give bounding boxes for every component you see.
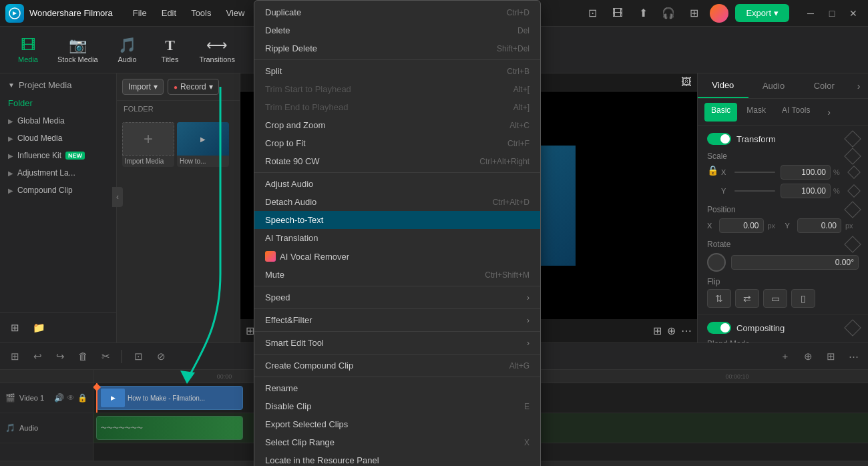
- ctx-effect-filter[interactable]: Effect&Filter ›: [254, 311, 540, 329]
- restore-button[interactable]: □: [823, 4, 841, 23]
- layout-icon[interactable]: ⊞: [821, 347, 840, 366]
- redo-icon[interactable]: ↪: [51, 347, 69, 366]
- playhead[interactable]: [96, 383, 97, 413]
- rotate-input[interactable]: [731, 255, 859, 270]
- ctx-crop-zoom[interactable]: Crop and Zoom Alt+C: [254, 116, 540, 134]
- split-icon[interactable]: ⊘: [152, 347, 170, 366]
- sidebar-item-adjustment[interactable]: ▶ Adjustment La...: [0, 164, 116, 182]
- rotate-dial[interactable]: [707, 253, 726, 272]
- user-avatar[interactable]: [710, 4, 728, 23]
- video-clip[interactable]: ▶ How to Make - Filmation...: [96, 386, 243, 410]
- ctx-duplicate[interactable]: Duplicate Ctrl+D: [254, 3, 540, 21]
- add-folder-icon[interactable]: ⊞: [5, 318, 24, 337]
- ctx-split[interactable]: Split Ctrl+B: [254, 62, 540, 80]
- zoom-icon[interactable]: ⊕: [667, 324, 676, 337]
- monitor-icon[interactable]: ⊡: [583, 4, 602, 23]
- more-icon[interactable]: ›: [819, 103, 838, 122]
- toolbar-audio[interactable]: 🎵 Audio: [107, 33, 148, 67]
- scale-y-input[interactable]: [781, 184, 831, 198]
- menu-tools[interactable]: Tools: [184, 5, 218, 21]
- headphone-icon[interactable]: 🎧: [659, 4, 678, 23]
- ctx-disable-clip[interactable]: Disable Clip E: [254, 397, 540, 415]
- ctx-ai-vocal-remover[interactable]: AI Vocal Remover: [254, 247, 540, 266]
- ctx-clip-range[interactable]: Select Clip Range X: [254, 433, 540, 451]
- ctx-smart-edit[interactable]: Smart Edit Tool ›: [254, 334, 540, 352]
- close-button[interactable]: ✕: [844, 4, 863, 23]
- subtab-basic[interactable]: Basic: [704, 103, 737, 122]
- subtab-ai-tools[interactable]: AI Tools: [775, 103, 817, 122]
- zoom-in-icon[interactable]: +: [776, 347, 795, 366]
- tab-video[interactable]: Video: [698, 73, 748, 98]
- crop-icon[interactable]: ⊡: [129, 347, 148, 366]
- record-button[interactable]: ● Record ▾: [168, 79, 219, 95]
- position-y-input[interactable]: [797, 218, 842, 233]
- ctx-crop-fit[interactable]: Crop to Fit Ctrl+F: [254, 134, 540, 152]
- scale-y-slider[interactable]: [734, 190, 775, 192]
- transform-keyframe-button[interactable]: [844, 130, 861, 147]
- ctx-delete[interactable]: Delete Del: [254, 21, 540, 39]
- toolbar-transitions[interactable]: ⟷ Transitions: [193, 33, 242, 67]
- sidebar-item-influence[interactable]: ▶ Influence Kit NEW: [0, 147, 116, 164]
- ctx-detach-audio[interactable]: Detach Audio Ctrl+Alt+D: [254, 193, 540, 211]
- flip-horizontal-button[interactable]: ⇅: [707, 289, 731, 308]
- menu-edit[interactable]: Edit: [155, 5, 183, 21]
- scale-x-slider[interactable]: [734, 172, 775, 173]
- ctx-create-compound[interactable]: Create Compound Clip Alt+G: [254, 357, 540, 375]
- scale-x-input[interactable]: [781, 165, 831, 180]
- import-media-thumb[interactable]: + Import Media: [122, 122, 174, 167]
- scale-keyframe-button[interactable]: [844, 148, 861, 164]
- subtab-mask[interactable]: Mask: [740, 103, 773, 122]
- minimize-button[interactable]: ─: [801, 4, 820, 23]
- audio-clip[interactable]: 〜〜〜〜〜〜〜: [96, 416, 243, 440]
- ctx-locate-resource[interactable]: Locate in the Resource Panel: [254, 451, 540, 466]
- grid-icon[interactable]: ⊞: [684, 4, 703, 23]
- how-to-thumb[interactable]: ▶ How to...: [177, 122, 229, 167]
- rotate-keyframe-button[interactable]: [844, 236, 861, 252]
- ctx-speech-to-text[interactable]: Speech-to-Text: [254, 211, 540, 229]
- sidebar-item-cloud[interactable]: ▶ Cloud Media: [0, 130, 116, 147]
- panel-expand-icon[interactable]: ›: [849, 77, 868, 95]
- lock-icon[interactable]: 🔒: [707, 165, 718, 176]
- scale-x-keyframe[interactable]: [847, 166, 861, 179]
- delete-icon[interactable]: 🗑: [73, 347, 92, 366]
- settings-icon[interactable]: ⋯: [681, 324, 692, 337]
- scale-y-keyframe[interactable]: [847, 184, 861, 198]
- sidebar-item-global[interactable]: ▶ Global Media: [0, 112, 116, 130]
- menu-file[interactable]: File: [126, 5, 154, 21]
- toolbar-stock-media[interactable]: 📷 Stock Media: [51, 33, 105, 67]
- add-track-icon[interactable]: ⊞: [5, 347, 24, 366]
- panel-collapse-button[interactable]: ‹: [112, 187, 123, 207]
- toolbar-titles[interactable]: T Titles: [150, 33, 190, 67]
- ctx-speed[interactable]: Speed ›: [254, 288, 540, 306]
- tab-color[interactable]: Color: [799, 74, 849, 97]
- ctx-adjust-audio[interactable]: Adjust Audio: [254, 175, 540, 193]
- ctx-rename[interactable]: Rename: [254, 379, 540, 397]
- project-media-header[interactable]: ▼ Project Media: [0, 73, 116, 94]
- image-icon[interactable]: 🖼: [681, 76, 692, 88]
- tab-audio[interactable]: Audio: [748, 74, 799, 97]
- toolbar-media[interactable]: 🎞 Media: [8, 33, 48, 67]
- new-folder-icon[interactable]: 📁: [29, 318, 48, 337]
- position-x-input[interactable]: [719, 218, 764, 233]
- ctx-rotate[interactable]: Rotate 90 CW Ctrl+Alt+Right: [254, 152, 540, 170]
- position-keyframe-button[interactable]: [844, 201, 861, 218]
- layout-icon[interactable]: ⊞: [653, 324, 662, 337]
- ctx-ai-translation[interactable]: AI Translation: [254, 229, 540, 247]
- ctx-export-selected[interactable]: Export Selected Clips: [254, 415, 540, 433]
- upload-icon[interactable]: ⬆: [634, 4, 652, 23]
- flip-vertical-button[interactable]: ⇄: [735, 289, 759, 308]
- ctx-ripple-delete[interactable]: Ripple Delete Shift+Del: [254, 39, 540, 57]
- menu-view[interactable]: View: [219, 5, 251, 21]
- film-icon[interactable]: 🎞: [608, 4, 627, 23]
- compositing-keyframe-button[interactable]: [844, 319, 861, 336]
- export-button[interactable]: Export ▾: [735, 4, 789, 22]
- compositing-toggle[interactable]: [707, 322, 731, 334]
- sidebar-item-compound[interactable]: ▶ Compound Clip: [0, 182, 116, 199]
- import-button[interactable]: Import ▾: [122, 79, 164, 95]
- track-volume-icon[interactable]: 🔊: [54, 393, 64, 403]
- track-lock-icon[interactable]: 🔒: [77, 393, 87, 403]
- undo-icon[interactable]: ↩: [28, 347, 47, 366]
- transform-toggle[interactable]: [707, 133, 731, 145]
- track-eye-icon[interactable]: 👁: [67, 393, 75, 403]
- more-icon[interactable]: ⋯: [844, 347, 863, 366]
